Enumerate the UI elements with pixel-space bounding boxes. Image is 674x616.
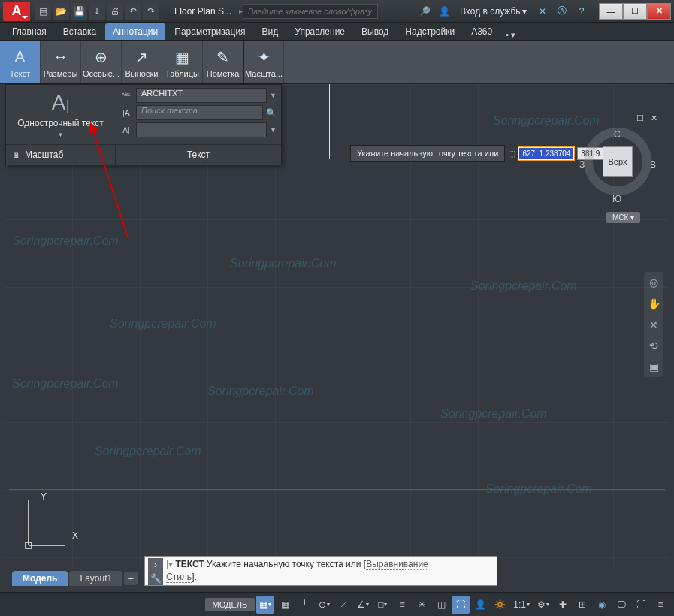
status-cycling-icon[interactable]: ◫ (432, 596, 450, 614)
nav-showmotion-icon[interactable]: ▣ (646, 359, 661, 374)
ribbon-tables-button[interactable]: ▦Таблицы (162, 41, 203, 83)
app-logo[interactable]: A (3, 2, 30, 21)
status-model-indicator[interactable]: МОДЕЛЬ (205, 598, 255, 611)
ribbon-leaders-button[interactable]: ↗Выноски (122, 41, 162, 83)
find-icon[interactable]: |A (119, 107, 133, 119)
qat-open-icon[interactable]: 📂 (53, 3, 69, 20)
status-qp-icon[interactable]: ◉ (593, 596, 611, 614)
nav-zoom-icon[interactable]: ⤧ (646, 317, 661, 332)
height-icon[interactable]: A| (119, 124, 133, 136)
status-autoscale-icon[interactable]: 🔆 (491, 596, 509, 614)
status-hwaccel-icon[interactable]: 🖵 (612, 596, 630, 614)
minimize-button[interactable]: — (599, 3, 623, 20)
status-units-icon[interactable]: ⊞ (573, 596, 591, 614)
status-isoplane-icon[interactable]: ⟋ (334, 596, 352, 614)
tab-annotations[interactable]: Аннотации (105, 23, 165, 40)
viewcube-west[interactable]: З (579, 159, 585, 170)
tab-a360[interactable]: A360 (464, 23, 500, 40)
command-option-style[interactable]: Стиль (166, 572, 192, 583)
tooltip-coord-1[interactable]: 627; 1.238704 (518, 147, 574, 160)
wrench-icon[interactable]: 🔧 (150, 573, 162, 584)
single-line-text-icon: A| (52, 91, 69, 115)
text-height-dropdown[interactable] (136, 122, 267, 137)
nav-bar: ◎ ✋ ⤧ ⟲ ▣ (644, 272, 663, 377)
vc-close-icon[interactable]: ✕ (648, 113, 659, 123)
status-cleanscreen-icon[interactable]: ⛶ (632, 596, 650, 614)
crosshair-vertical (329, 84, 330, 159)
qat-new-icon[interactable]: ▤ (35, 3, 51, 20)
chevron-right-icon: › (154, 560, 157, 570)
table-icon: ▦ (172, 47, 193, 68)
status-annovisibility-icon[interactable]: 👤 (471, 596, 489, 614)
nav-wheel-icon[interactable]: ◎ (646, 275, 661, 290)
status-snap-icon[interactable]: ▦ (276, 596, 294, 614)
layout-tab-layout1[interactable]: Layout1 (69, 571, 122, 586)
tab-output[interactable]: Вывод (354, 23, 396, 40)
spellcheck-icon[interactable]: ᴬᴮᶜ (119, 89, 133, 101)
qat-plot-icon[interactable]: 🖨 (107, 3, 123, 20)
viewcube-south[interactable]: Ю (612, 194, 621, 204)
command-option-justify[interactable]: Выравнивание (366, 559, 428, 570)
status-annomonitor-icon[interactable]: ✚ (554, 596, 572, 614)
tab-addins[interactable]: Надстройки (397, 23, 462, 40)
status-polar-icon[interactable]: ⊙▾ (315, 596, 333, 614)
tab-parametric[interactable]: Параметризация (167, 23, 252, 40)
watermark: Soringpcrepair.Com (230, 257, 337, 270)
status-otrack-icon[interactable]: ∠▾ (354, 596, 372, 614)
command-line-handle[interactable]: › 🔧 (148, 558, 163, 585)
ribbon-dimensions-button[interactable]: ↔Размеры (41, 41, 81, 83)
status-osnap-icon[interactable]: □▾ (373, 596, 391, 614)
ribbon-text-button[interactable]: AТекст (0, 41, 41, 83)
ribbon-markup-button[interactable]: ✎Пометка (203, 41, 243, 83)
ribbon-scale-button[interactable]: ✦Масшта... (243, 41, 284, 83)
tab-home[interactable]: Главная (5, 23, 54, 40)
help-icon[interactable]: ? (573, 3, 590, 20)
signin-link[interactable]: Вход в службы▾ (455, 6, 531, 17)
text-style-dropdown[interactable]: ARCHITXT (136, 88, 267, 103)
watermark: Soringpcrepair.Com (12, 377, 119, 391)
exchange-icon[interactable]: ✕ (534, 3, 551, 20)
ribbon-centerlines-button[interactable]: ⊕Осевые... (81, 41, 122, 83)
search-input[interactable] (243, 4, 378, 19)
a360-icon[interactable]: Ⓐ (554, 3, 570, 20)
tab-insert[interactable]: Вставка (56, 23, 104, 40)
command-line[interactable]: › 🔧 |▾ ТЕКСТ Укажите начальную точку тек… (144, 556, 497, 586)
layout-add-button[interactable]: + (124, 572, 138, 585)
find-go-icon[interactable]: 🔍 (266, 108, 277, 118)
axis-line (9, 489, 665, 490)
tab-manage[interactable]: Управление (287, 23, 352, 40)
quick-access-toolbar: ▤ 📂 💾 ⤓ 🖨 ↶ ↷ (35, 3, 159, 20)
tab-view[interactable]: Вид (255, 23, 286, 40)
nav-orbit-icon[interactable]: ⟲ (646, 338, 661, 353)
watermark: Soringpcrepair.Com (207, 385, 314, 398)
status-ortho-icon[interactable]: └ (295, 596, 313, 614)
status-scale-value[interactable]: 1:1▾ (510, 596, 533, 614)
status-lineweight-icon[interactable]: ≡ (393, 596, 411, 614)
status-transparency-icon[interactable]: ☀ (413, 596, 431, 614)
qat-saveas-icon[interactable]: ⤓ (89, 3, 105, 20)
qat-save-icon[interactable]: 💾 (71, 3, 87, 20)
status-workspace-icon[interactable]: ⚙▾ (534, 596, 552, 614)
status-bar: МОДЕЛЬ ▦▾ ▦ └ ⊙▾ ⟋ ∠▾ □▾ ≡ ☀ ◫ ⛶ 👤 🔆 1:1… (0, 592, 674, 616)
user-icon[interactable]: 👤 (436, 3, 452, 20)
panel-title[interactable]: Текст (115, 145, 281, 165)
viewcube-east[interactable]: В (650, 159, 656, 170)
viewcube-face[interactable]: Верх (603, 146, 633, 177)
status-annoscale-icon[interactable]: ⛶ (452, 596, 470, 614)
status-customize-icon[interactable]: ≡ (651, 596, 669, 614)
vc-minimize-icon[interactable]: — (621, 113, 632, 123)
viewcube-wcs[interactable]: МСК ▾ (606, 212, 640, 223)
maximize-button[interactable]: ☐ (623, 3, 647, 20)
find-text-input[interactable]: Поиск текста (136, 105, 263, 120)
close-button[interactable]: ✕ (647, 3, 671, 20)
tab-overflow-icon[interactable]: ▪ ▾ (506, 30, 515, 40)
qat-redo-icon[interactable]: ↷ (143, 3, 159, 20)
search-go-icon[interactable]: 🔎 (416, 3, 433, 20)
qat-undo-icon[interactable]: ↶ (125, 3, 141, 20)
vc-restore-icon[interactable]: ☐ (635, 113, 645, 123)
status-grid-icon[interactable]: ▦▾ (256, 596, 274, 614)
nav-pan-icon[interactable]: ✋ (646, 296, 661, 311)
single-line-text-button[interactable]: A| Однострочный текст ▼ (6, 85, 115, 144)
layout-tab-model[interactable]: Модель (12, 571, 68, 586)
viewcube-north[interactable]: С (614, 129, 621, 140)
